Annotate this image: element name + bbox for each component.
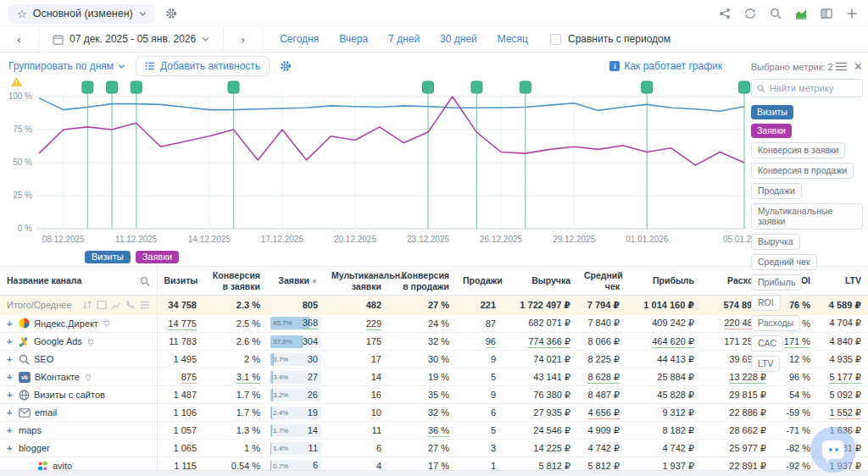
metric-chip[interactable]: Средний чек (751, 254, 817, 270)
channel-name[interactable]: SEO (34, 354, 53, 364)
cell: 1 057 (157, 422, 203, 440)
table-view-icon[interactable] (821, 8, 832, 19)
column-header-8[interactable]: Средний чек (577, 267, 626, 296)
column-header-name[interactable]: Название канала (0, 267, 157, 296)
channel-name[interactable]: maps (19, 425, 42, 435)
activity-marker-flag[interactable] (131, 81, 142, 93)
metric-chip[interactable]: LTV (751, 356, 780, 372)
expand-plus-button[interactable]: + (7, 336, 14, 346)
metric-chip[interactable]: Конверсия в продажи (751, 163, 854, 179)
activity-marker-flag[interactable] (642, 81, 653, 93)
compare-period: Сравнить с периодом (550, 26, 670, 52)
column-search-icon[interactable] (140, 276, 150, 286)
metric-chip[interactable]: Продажи (751, 183, 802, 199)
favorite-star-icon[interactable]: ☆ (17, 8, 27, 20)
channel-name[interactable]: blogger (19, 443, 50, 453)
line-chart[interactable]: 0 %25 %50 %75 %100 %08.12.202511.12.2025… (5, 80, 751, 247)
totals-list-icon[interactable] (140, 300, 150, 310)
metric-chip[interactable]: Прибыль (751, 274, 802, 291)
metric-search-input[interactable] (770, 83, 857, 93)
column-header-4[interactable]: Мультиканальн... заявки (325, 267, 388, 296)
cell: 1.4%11 (267, 440, 325, 457)
expand-plus-button[interactable]: + (7, 390, 14, 400)
cell-value: 5 092 ₽ (829, 390, 861, 400)
warning-icon[interactable] (10, 76, 23, 90)
group-by-button[interactable]: Группировать по дням (8, 60, 125, 72)
metric-chip[interactable]: Выручка (751, 234, 800, 250)
metric-chip[interactable]: Расходы (751, 315, 800, 331)
horizontal-scrollbar[interactable] (0, 470, 868, 476)
cell-value: 76 380 ₽ (533, 390, 570, 400)
next-period-button[interactable]: › (224, 26, 263, 52)
compare-period-checkbox[interactable] (550, 34, 561, 45)
search-icon[interactable] (770, 8, 782, 19)
channel-name[interactable]: Google Ads (34, 336, 82, 346)
channel-name[interactable]: Яндекс.Директ (34, 318, 98, 329)
cell: 5 (456, 368, 503, 386)
chat-support-button[interactable] (810, 427, 856, 473)
range-link-5[interactable]: Месяц (498, 33, 528, 45)
metrics-list-icon[interactable] (836, 62, 847, 71)
dashboard-selector[interactable]: ☆ Основной (изменен) (8, 4, 155, 24)
column-header-6[interactable]: Продажи (456, 267, 503, 296)
refresh-icon[interactable] (744, 8, 756, 19)
expand-plus-button[interactable]: + (7, 318, 14, 329)
metric-chip-selected[interactable]: Визиты (751, 105, 793, 119)
column-header-1[interactable]: Визиты (157, 267, 203, 296)
close-metrics-panel-icon[interactable]: ✕ (854, 61, 863, 72)
cell-value: 14 (371, 372, 381, 382)
chart-view-icon[interactable] (795, 8, 807, 19)
channel-name[interactable]: ВКонтакте (35, 372, 80, 382)
activity-marker-flag[interactable] (82, 81, 93, 93)
totals-sort-icon[interactable] (82, 300, 92, 310)
cell-value: 1.7 % (236, 407, 260, 418)
cell: 19 % (388, 368, 456, 386)
how-chart-works-link[interactable]: i Как работает график (609, 60, 722, 72)
share-icon[interactable] (719, 8, 731, 19)
activity-marker-flag[interactable] (471, 81, 482, 93)
cell-value: 27 935 ₽ (533, 407, 570, 418)
cell: 8 182 ₽ (626, 422, 701, 440)
prev-period-button[interactable]: ‹ (0, 26, 39, 52)
cell-value: 9 312 ₽ (662, 407, 694, 418)
activity-marker-flag[interactable] (739, 81, 750, 93)
activity-marker-flag[interactable] (107, 81, 118, 93)
svg-text:vk: vk (21, 374, 28, 380)
expand-plus-button[interactable]: + (7, 407, 14, 418)
cell-value: 54 % (789, 390, 810, 400)
column-header-3[interactable]: Заявки▼ (267, 267, 325, 296)
expand-plus-button[interactable]: + (7, 443, 14, 453)
channel-name[interactable]: Визиты с сайтов (34, 390, 105, 400)
totals-phone-icon[interactable] (125, 300, 136, 310)
expand-plus-button[interactable]: + (7, 372, 14, 382)
range-link-3[interactable]: 7 дней (388, 33, 420, 45)
range-link-2[interactable]: Вчера (339, 33, 368, 45)
legend-chip-Визиты[interactable]: Визиты (85, 251, 131, 263)
metric-chip[interactable]: CAC (751, 335, 783, 351)
activity-marker-flag[interactable] (228, 81, 239, 93)
channel-name[interactable]: email (35, 407, 57, 418)
legend-chip-Заявки[interactable]: Заявки (136, 251, 180, 263)
column-header-9[interactable]: Прибыль (626, 267, 701, 296)
metric-chip[interactable]: Мультиканальные заявки (751, 203, 863, 230)
range-link-4[interactable]: 30 дней (440, 33, 477, 45)
chart-settings-gear-icon[interactable] (280, 60, 292, 72)
activity-marker-flag[interactable] (423, 81, 434, 93)
totals-chart-icon[interactable] (111, 300, 121, 310)
date-range-picker[interactable]: 07 дек. 2025 - 05 янв. 2026 (39, 26, 224, 52)
expand-plus-button[interactable]: + (7, 425, 14, 435)
range-link-1[interactable]: Сегодня (280, 33, 319, 45)
cell-value: 175 (366, 336, 381, 346)
column-header-7[interactable]: Выручка (503, 267, 577, 296)
totals-card-icon[interactable] (97, 300, 107, 310)
metric-chip[interactable]: ROI (751, 295, 781, 311)
add-widget-icon[interactable] (846, 8, 858, 19)
add-activity-button[interactable]: Добавить активность (136, 56, 270, 76)
column-header-2[interactable]: Конверсия в заявки (203, 267, 267, 296)
metric-chip[interactable]: Конверсия в заявки (751, 142, 845, 158)
cell: 24 % (388, 315, 456, 333)
activity-marker-flag[interactable] (520, 81, 531, 93)
expand-plus-button[interactable]: + (7, 354, 14, 364)
dashboard-settings-gear-icon[interactable] (165, 8, 177, 19)
metric-chip-selected[interactable]: Заявки (751, 124, 792, 138)
